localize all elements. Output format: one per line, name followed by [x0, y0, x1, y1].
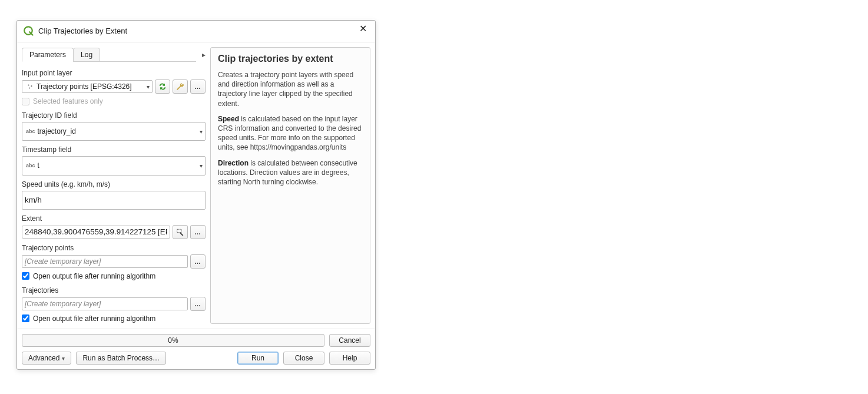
traj-loop	[718, 159, 746, 187]
tab-bar: Parameters Log	[22, 47, 196, 62]
traj-diag	[707, 53, 782, 184]
arrowhead-1	[448, 52, 462, 62]
advanced-button[interactable]: Advanced▾	[22, 352, 71, 365]
cancel-button[interactable]: Cancel	[329, 334, 370, 347]
extent-options-button[interactable]: …	[190, 225, 206, 239]
output-points-label: Trajectory points	[22, 244, 206, 252]
timestamp-value: t	[38, 161, 39, 170]
extent-input[interactable]	[22, 226, 170, 239]
qgis-logo-icon	[23, 25, 34, 36]
batch-button[interactable]: Run as Batch Process…	[76, 352, 166, 365]
extent-label: Extent	[22, 214, 206, 223]
dialog-bottom: 0% Cancel Advanced▾ Run as Batch Process…	[17, 329, 375, 369]
arrowhead-2	[701, 53, 714, 64]
svg-point-2	[31, 85, 32, 87]
traj-seg-2	[429, 187, 718, 191]
close-button[interactable]: Close	[283, 352, 324, 365]
close-icon[interactable]: ✕	[356, 24, 369, 37]
speed-units-label: Speed units (e.g. km/h, m/s)	[22, 180, 206, 188]
traj-seg-1	[428, 52, 455, 191]
svg-point-3	[29, 87, 30, 88]
tab-log[interactable]: Log	[73, 48, 100, 62]
input-layer-value: Trajectory points [EPSG:4326]	[37, 82, 132, 91]
selected-features-input	[22, 98, 29, 105]
help-panel: Clip trajectories by extent Creates a tr…	[210, 47, 370, 324]
open-output-points-input[interactable]	[22, 272, 29, 280]
help-p1: Creates a trajectory point layers with s…	[218, 70, 363, 108]
traj-id-combo[interactable]: abc trajectory_id ▾	[22, 122, 206, 141]
help-dir-b: Direction	[218, 159, 249, 167]
input-layer-combo[interactable]: Trajectory points [EPSG:4326] ▾	[22, 80, 153, 93]
ellipsis-icon: …	[194, 229, 201, 236]
ellipsis-icon: …	[194, 83, 201, 90]
ellipsis-icon: …	[194, 258, 201, 265]
node-2	[708, 278, 714, 284]
help-speed-b: Speed	[218, 115, 239, 123]
help-speed-txt: is calculated based on the input layer C…	[218, 115, 361, 152]
timestamp-combo[interactable]: abc t ▾	[22, 156, 206, 175]
ellipsis-icon: …	[194, 300, 201, 307]
svg-rect-4	[177, 229, 181, 232]
extent-rect	[400, 48, 783, 281]
timestamp-label: Timestamp field	[22, 145, 206, 154]
output-lines-input[interactable]: [Create temporary layer]	[22, 297, 188, 310]
progress-bar: 0%	[22, 334, 324, 347]
open-output-points-checkbox[interactable]: Open output file after running algorithm	[22, 272, 206, 280]
node-1	[779, 181, 785, 187]
browse-input-button[interactable]: …	[190, 80, 206, 94]
chevron-down-icon: ▾	[62, 355, 65, 362]
chevron-down-icon: ▾	[147, 84, 150, 90]
point-layer-icon	[26, 84, 34, 90]
output-lines-placeholder: [Create temporary layer]	[25, 300, 101, 308]
text-field-icon: abc	[26, 128, 35, 134]
bg-diag	[707, 0, 868, 371]
collapse-help-icon[interactable]: ▸	[196, 51, 206, 59]
help-button[interactable]: Help	[329, 352, 370, 365]
selected-features-label: Selected features only	[33, 97, 103, 105]
output-lines-label: Trajectories	[22, 286, 206, 294]
traj-id-value: trajectory_id	[38, 127, 76, 135]
text-field-icon: abc	[26, 163, 35, 168]
parameters-panel: Input point layer Trajectory points [EPS…	[22, 62, 206, 324]
open-output-lines-checkbox[interactable]: Open output file after running algorithm	[22, 314, 206, 323]
traj-seg-1b	[430, 54, 448, 188]
output-lines-browse[interactable]: …	[190, 297, 206, 311]
output-points-placeholder: [Create temporary layer]	[25, 257, 101, 266]
speed-units-input[interactable]	[22, 191, 206, 210]
selected-features-checkbox: Selected features only	[22, 97, 206, 105]
progress-text: 0%	[168, 336, 178, 345]
help-p2: Speed is calculated based on the input l…	[218, 114, 363, 153]
run-button[interactable]: Run	[237, 352, 279, 365]
output-points-browse[interactable]: …	[190, 254, 206, 269]
traj-seg-3	[711, 188, 716, 278]
output-points-input[interactable]: [Create temporary layer]	[22, 255, 188, 268]
traj-id-label: Trajectory ID field	[22, 111, 206, 120]
open-output-lines-label: Open output file after running algorithm	[33, 314, 155, 323]
open-output-points-label: Open output file after running algorithm	[33, 272, 155, 280]
tab-parameters[interactable]: Parameters	[22, 48, 74, 62]
help-title: Clip trajectories by extent	[218, 54, 363, 64]
help-p3: Direction is calculated between consecut…	[218, 158, 363, 187]
dialog-title: Clip Trajectories by Extent	[38, 27, 356, 35]
titlebar: Clip Trajectories by Extent ✕	[17, 21, 375, 42]
open-output-lines-input[interactable]	[22, 314, 29, 322]
chevron-down-icon: ▾	[200, 163, 203, 169]
svg-point-1	[28, 84, 29, 85]
bg-track	[428, 0, 868, 349]
input-layer-label: Input point layer	[22, 69, 206, 77]
wrench-button[interactable]	[173, 80, 188, 94]
chevron-down-icon: ▾	[200, 128, 203, 135]
draw-extent-button[interactable]	[173, 225, 188, 239]
algorithm-dialog: Clip Trajectories by Extent ✕ Parameters…	[16, 20, 376, 370]
iterate-button[interactable]	[155, 80, 170, 94]
